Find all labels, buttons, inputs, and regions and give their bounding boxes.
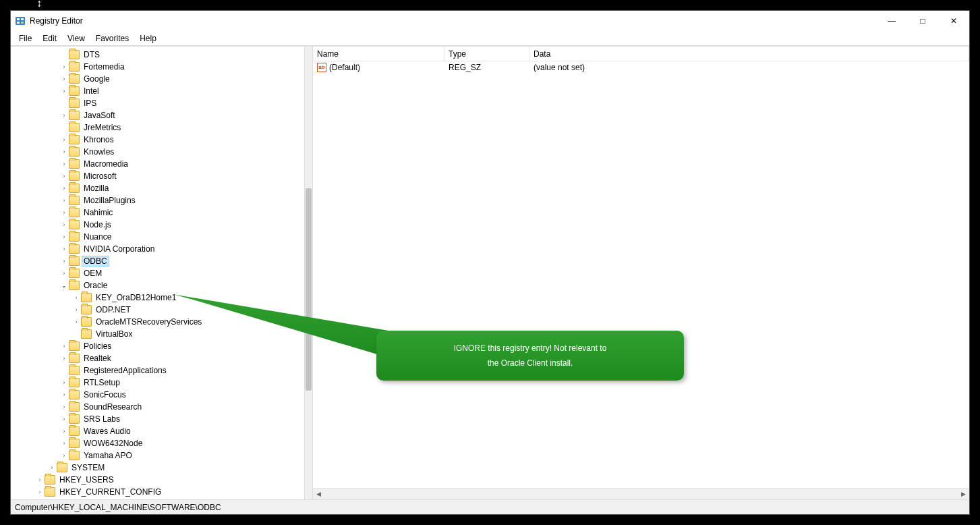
chevron-right-icon[interactable]: › (59, 136, 69, 143)
scroll-left-icon[interactable]: ◀ (313, 489, 324, 500)
tree-vertical-scrollbar[interactable] (304, 47, 312, 499)
tree-node-label: Yamaha APO (82, 451, 134, 460)
tree-node-knowles[interactable]: ›Knowles (11, 146, 304, 158)
menu-edit[interactable]: Edit (37, 31, 62, 45)
tree-node-mozilla[interactable]: ›Mozilla (11, 182, 304, 194)
tree-node-srs-labs[interactable]: ›SRS Labs (11, 413, 304, 425)
scroll-right-icon[interactable]: ▶ (958, 489, 969, 500)
chevron-right-icon[interactable]: › (59, 173, 69, 179)
chevron-right-icon[interactable]: › (35, 476, 45, 483)
scrollbar-thumb[interactable] (306, 188, 312, 391)
tree-node-label: Nuance (82, 232, 113, 242)
maximize-button[interactable]: □ (907, 11, 938, 31)
tree-node-node-js[interactable]: ›Node.js (11, 219, 304, 231)
chevron-right-icon[interactable]: › (59, 404, 69, 410)
tree-node-oraclemtsrecoveryservices[interactable]: ›OracleMTSRecoveryServices (11, 316, 304, 328)
chevron-right-icon[interactable]: › (59, 112, 69, 119)
chevron-right-icon[interactable]: › (59, 233, 69, 240)
chevron-right-icon[interactable]: › (59, 343, 69, 350)
tree-node-waves-audio[interactable]: ›Waves Audio (11, 425, 304, 437)
chevron-right-icon[interactable]: › (35, 489, 45, 495)
tree-node-mozillaplugins[interactable]: ›MozillaPlugins (11, 194, 304, 206)
tree-node-odbc[interactable]: ›ODBC (11, 255, 304, 267)
folder-icon (69, 451, 80, 460)
tree-node-google[interactable]: ›Google (11, 73, 304, 85)
tree-node-nuance[interactable]: ›Nuance (11, 231, 304, 243)
tree-node-wow6432node[interactable]: ›WOW6432Node (11, 437, 304, 449)
column-name[interactable]: Name (313, 47, 444, 61)
chevron-right-icon[interactable]: › (59, 76, 69, 82)
minimize-button[interactable]: — (876, 11, 907, 31)
list-body[interactable]: ab (Default) REG_SZ (value not set) (313, 61, 969, 488)
column-type[interactable]: Type (444, 47, 529, 61)
chevron-right-icon[interactable]: › (59, 355, 69, 362)
chevron-right-icon[interactable]: › (47, 464, 57, 471)
tree-node-system[interactable]: ›SYSTEM (11, 462, 304, 474)
close-button[interactable]: ✕ (938, 11, 969, 31)
tree-node-intel[interactable]: ›Intel (11, 85, 304, 97)
tree-node-soundresearch[interactable]: ›SoundResearch (11, 401, 304, 413)
chevron-right-icon[interactable]: › (59, 197, 69, 204)
chevron-right-icon[interactable]: › (59, 209, 69, 216)
tree-node-registeredapplications[interactable]: RegisteredApplications (11, 364, 304, 377)
column-data[interactable]: Data (529, 47, 969, 61)
folder-icon (69, 426, 80, 436)
tree-scroll[interactable]: DTS›Fortemedia›Google›IntelIPS›JavaSoftJ… (11, 47, 312, 499)
tree-node-rtlsetup[interactable]: ›RTLSetup (11, 377, 304, 389)
chevron-down-icon[interactable]: ⌄ (59, 282, 69, 289)
tree-node-hkey-users[interactable]: ›HKEY_USERS (11, 474, 304, 486)
chevron-right-icon[interactable]: › (59, 221, 69, 228)
value-row[interactable]: ab (Default) REG_SZ (value not set) (313, 61, 969, 74)
regedit-icon (15, 16, 26, 26)
folder-icon (69, 62, 80, 72)
chevron-right-icon[interactable]: › (59, 258, 69, 265)
tree-node-label: Macromedia (82, 159, 129, 169)
tree-node-nahimic[interactable]: ›Nahimic (11, 206, 304, 219)
chevron-right-icon[interactable]: › (59, 452, 69, 459)
titlebar[interactable]: Registry Editor — □ ✕ (11, 11, 969, 31)
tree-node-dts[interactable]: DTS (11, 49, 304, 61)
tree-node-label: SRS Labs (82, 414, 121, 424)
tree-node-virtualbox[interactable]: VirtualBox (11, 328, 304, 340)
chevron-right-icon[interactable]: › (59, 391, 69, 398)
tree-node-microsoft[interactable]: ›Microsoft (11, 170, 304, 182)
chevron-right-icon[interactable]: › (59, 440, 69, 447)
svg-rect-4 (21, 22, 24, 24)
chevron-right-icon[interactable]: › (59, 88, 69, 94)
tree-node-fortemedia[interactable]: ›Fortemedia (11, 61, 304, 73)
tree-node-sonicfocus[interactable]: ›SonicFocus (11, 389, 304, 401)
tree-node-khronos[interactable]: ›Khronos (11, 134, 304, 146)
list-horizontal-scrollbar[interactable]: ◀ ▶ (313, 488, 969, 499)
tree-node-realtek[interactable]: ›Realtek (11, 352, 304, 364)
chevron-right-icon[interactable]: › (71, 294, 81, 301)
tree-node-ips[interactable]: IPS (11, 97, 304, 109)
hscroll-track[interactable] (324, 489, 958, 499)
tree-node-javasoft[interactable]: ›JavaSoft (11, 109, 304, 121)
chevron-right-icon[interactable]: › (59, 416, 69, 422)
chevron-right-icon[interactable]: › (71, 306, 81, 313)
chevron-right-icon[interactable]: › (71, 319, 81, 325)
chevron-right-icon[interactable]: › (59, 270, 69, 277)
chevron-right-icon[interactable]: › (59, 161, 69, 167)
chevron-right-icon[interactable]: › (59, 428, 69, 435)
tree-node-nvidia-corporation[interactable]: ›NVIDIA Corporation (11, 243, 304, 255)
chevron-right-icon[interactable]: › (59, 63, 69, 70)
chevron-right-icon[interactable]: › (59, 246, 69, 252)
chevron-right-icon[interactable]: › (59, 148, 69, 155)
tree-node-oracle[interactable]: ⌄Oracle (11, 279, 304, 292)
tree-node-policies[interactable]: ›Policies (11, 340, 304, 352)
menu-help[interactable]: Help (134, 31, 162, 45)
menu-view[interactable]: View (62, 31, 90, 45)
tree-node-hkey-current-config[interactable]: ›HKEY_CURRENT_CONFIG (11, 486, 304, 498)
tree-node-odp-net[interactable]: ›ODP.NET (11, 304, 304, 316)
tree-node-jremetrics[interactable]: JreMetrics (11, 121, 304, 134)
tree-node-oem[interactable]: ›OEM (11, 267, 304, 279)
tree-node-yamaha-apo[interactable]: ›Yamaha APO (11, 449, 304, 462)
chevron-right-icon[interactable]: › (59, 185, 69, 192)
chevron-right-icon[interactable]: › (59, 379, 69, 386)
window-controls: — □ ✕ (876, 11, 969, 31)
tree-node-macromedia[interactable]: ›Macromedia (11, 158, 304, 170)
tree-node-key-oradb12home1[interactable]: ›KEY_OraDB12Home1 (11, 292, 304, 304)
menu-file[interactable]: File (13, 31, 37, 45)
menu-favorites[interactable]: Favorites (90, 31, 134, 45)
